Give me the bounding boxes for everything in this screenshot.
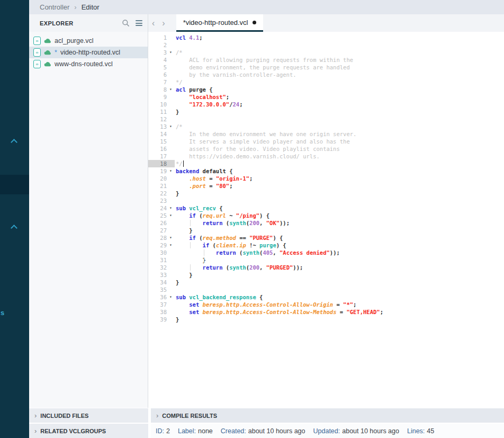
included-files-header[interactable]: › INCLUDED FILES [29, 408, 148, 423]
gutter-cell[interactable]: 25▾ [148, 212, 175, 219]
chevron-up-icon[interactable] [11, 225, 17, 231]
gutter-cell[interactable]: 19▾ [148, 167, 175, 175]
code-line[interactable]: 24▾sub vcl_recv { [148, 204, 504, 212]
gutter-cell[interactable]: 17 [148, 153, 175, 160]
file-row[interactable]: ‹›*video-http-routed.vcl [29, 47, 148, 58]
code-line[interactable]: 22} [148, 190, 504, 197]
code-line[interactable]: 37 set beresp.http.Access-Control-Allow-… [148, 301, 504, 308]
code-line[interactable]: 29▾ if (client.ip !~ purge) { [148, 242, 504, 249]
gutter-cell[interactable]: 18 [148, 160, 175, 167]
code-line[interactable]: 3▾/* [148, 49, 504, 56]
chevron-up-icon[interactable] [11, 139, 17, 146]
gutter-cell[interactable]: 26 [148, 219, 175, 227]
code-line[interactable]: 18*/ [148, 160, 504, 167]
file-row[interactable]: ‹›www-dns-routed.vcl [29, 58, 148, 70]
code-line[interactable]: 1vcl 4.1; [148, 34, 504, 41]
code-line[interactable]: 20 .host = "origin-1"; [148, 175, 504, 182]
gutter-cell[interactable]: 27 [148, 227, 175, 234]
fold-arrow-icon[interactable]: ▾ [167, 123, 175, 130]
sidebar-active-item[interactable] [0, 175, 29, 194]
gutter-cell[interactable]: 3▾ [148, 49, 175, 56]
gutter-cell[interactable]: 15 [148, 138, 175, 145]
gutter-cell[interactable]: 22 [148, 190, 175, 197]
file-row[interactable]: ‹›acl_purge.vcl [29, 35, 148, 47]
gutter-cell[interactable]: 20 [148, 175, 175, 182]
code-line[interactable]: 38 set beresp.http.Access-Control-Allow-… [148, 308, 504, 316]
code-line[interactable]: 23 [148, 197, 504, 204]
code-line[interactable]: 15 It serves a simple video player and a… [148, 138, 504, 145]
code-line[interactable]: 5 demo environment, the purge requests a… [148, 64, 504, 71]
code-line[interactable]: 8▾acl purge { [148, 86, 504, 93]
code-line[interactable]: 32 return (synth(200, "PURGED")); [148, 264, 504, 271]
gutter-cell[interactable]: 9 [148, 93, 175, 101]
gutter-cell[interactable]: 13▾ [148, 123, 175, 130]
fold-arrow-icon[interactable]: ▾ [167, 234, 175, 242]
code-line[interactable]: 17 https://video.demo.varnish.cloud/ url… [148, 153, 504, 160]
gutter-cell[interactable]: 33 [148, 271, 175, 279]
code-line[interactable]: 28▾ if (req.method == "PURGE") { [148, 234, 504, 242]
breadcrumb-controller[interactable]: Controller [40, 3, 69, 11]
code-line[interactable]: 36▾sub vcl_backend_response { [148, 293, 504, 301]
search-icon[interactable] [122, 19, 130, 27]
gutter-cell[interactable]: 1 [148, 34, 175, 41]
gutter-cell[interactable]: 8▾ [148, 86, 175, 93]
gutter-cell[interactable]: 38 [148, 308, 175, 316]
gutter-cell[interactable]: 31 [148, 256, 175, 264]
gutter-cell[interactable]: 16 [148, 145, 175, 153]
gutter-cell[interactable]: 11 [148, 108, 175, 115]
code-line[interactable]: 9 "localhost"; [148, 93, 504, 101]
gutter-cell[interactable]: 10 [148, 101, 175, 108]
gutter-cell[interactable]: 24▾ [148, 204, 175, 212]
gutter-cell[interactable]: 36▾ [148, 293, 175, 301]
gutter-cell[interactable]: 21 [148, 182, 175, 190]
code-line[interactable]: 34} [148, 279, 504, 286]
fold-arrow-icon[interactable]: ▾ [167, 212, 175, 219]
fold-arrow-icon[interactable]: ▾ [167, 242, 175, 249]
fold-arrow-icon[interactable]: ▾ [167, 204, 175, 212]
gutter-cell[interactable]: 2 [148, 41, 175, 49]
gutter-cell[interactable]: 23 [148, 197, 175, 204]
code-line[interactable]: 10 "172.30.0.0"/24; [148, 101, 504, 108]
code-line[interactable]: 16 assets for the video. Video playlist … [148, 145, 504, 153]
gutter-cell[interactable]: 35 [148, 286, 175, 293]
code-line[interactable]: 27 } [148, 227, 504, 234]
gutter-cell[interactable]: 30 [148, 249, 175, 256]
code-line[interactable]: 19▾backend default { [148, 167, 504, 175]
gutter-cell[interactable]: 28▾ [148, 234, 175, 242]
code-line[interactable]: 25▾ if (req.url ~ "/ping") { [148, 212, 504, 219]
code-line[interactable]: 2 [148, 41, 504, 49]
gutter-cell[interactable]: 32 [148, 264, 175, 271]
code-editor[interactable]: 1vcl 4.1;23▾/*4 ACL for allowing purging… [148, 32, 504, 408]
compile-results-header[interactable]: › COMPILE RESULTS [151, 408, 504, 423]
related-vclgroups-header[interactable]: › RELATED VCLGROUPS [29, 424, 148, 438]
fold-arrow-icon[interactable]: ▾ [167, 167, 175, 175]
gutter-cell[interactable]: 5 [148, 64, 175, 71]
tab-scroll-left-icon[interactable]: ‹ [148, 19, 158, 28]
code-line[interactable]: 11} [148, 108, 504, 115]
fold-arrow-icon[interactable]: ▾ [167, 86, 175, 93]
gutter-cell[interactable]: 4 [148, 56, 175, 64]
menu-icon[interactable] [136, 20, 142, 26]
tab-video-http-routed[interactable]: *video-http-routed.vcl [176, 14, 263, 32]
gutter-cell[interactable]: 34 [148, 279, 175, 286]
code-line[interactable]: 12 [148, 115, 504, 123]
code-line[interactable]: 26 return (synth(200, "OK")); [148, 219, 504, 227]
gutter-cell[interactable]: 6 [148, 71, 175, 78]
fold-arrow-icon[interactable]: ▾ [167, 293, 175, 301]
code-line[interactable]: 4 ACL for allowing purging requests from… [148, 56, 504, 64]
gutter-cell[interactable]: 14 [148, 130, 175, 138]
code-line[interactable]: 31 } [148, 256, 504, 264]
gutter-cell[interactable]: 37 [148, 301, 175, 308]
code-line[interactable]: 6 by the varnish-controller-agent. [148, 71, 504, 78]
gutter-cell[interactable]: 7 [148, 78, 175, 86]
code-line[interactable]: 35 [148, 286, 504, 293]
code-line[interactable]: 30 return (synth(405, "Access denied")); [148, 249, 504, 256]
code-line[interactable]: 7*/ [148, 78, 504, 86]
gutter-cell[interactable]: 29▾ [148, 242, 175, 249]
code-line[interactable]: 21 .port = "80"; [148, 182, 504, 190]
gutter-cell[interactable]: 39 [148, 316, 175, 323]
code-line[interactable]: 33 } [148, 271, 504, 279]
code-line[interactable]: 39} [148, 316, 504, 323]
tab-scroll-right-icon[interactable]: › [158, 19, 168, 28]
code-line[interactable]: 14 In the demo environment we have one o… [148, 130, 504, 138]
